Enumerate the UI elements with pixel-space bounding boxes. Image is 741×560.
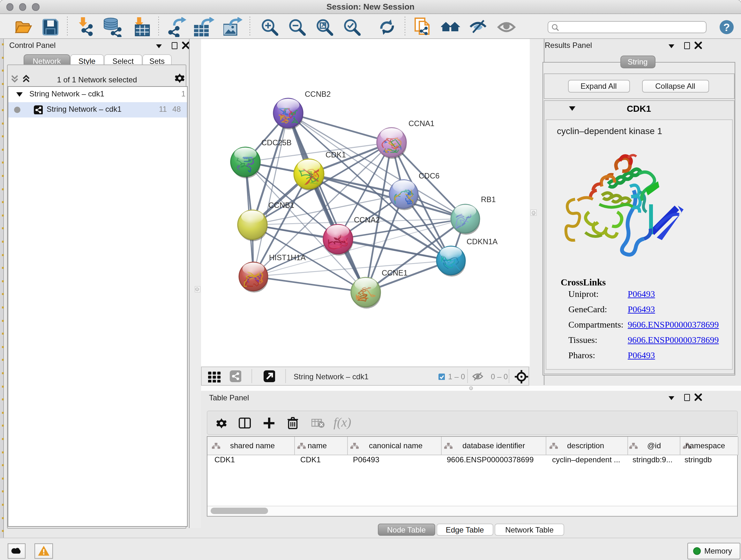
svg-text:CDC6: CDC6	[418, 172, 439, 180]
svg-text:RB1: RB1	[481, 195, 495, 204]
svg-text:CCNA2: CCNA2	[354, 215, 380, 224]
svg-text:CCNE1: CCNE1	[381, 268, 407, 277]
svg-text:CCNA1: CCNA1	[408, 119, 434, 128]
svg-text:CDKN1A: CDKN1A	[466, 237, 497, 246]
svg-text:HIST1H1A: HIST1H1A	[269, 253, 306, 262]
svg-text:CDC25B: CDC25B	[261, 138, 291, 147]
svg-text:?: ?	[724, 21, 730, 33]
svg-text:CCNB2: CCNB2	[305, 90, 330, 98]
svg-text:CCNB1: CCNB1	[268, 201, 294, 209]
svg-text:CDK1: CDK1	[325, 150, 346, 159]
